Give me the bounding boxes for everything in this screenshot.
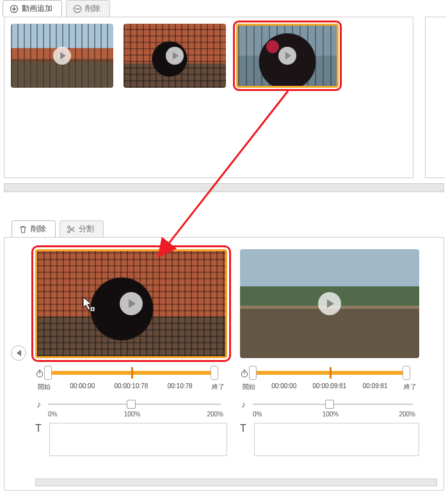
plus-circle-icon: [10, 4, 19, 13]
speed-slider[interactable]: ♪: [240, 398, 419, 411]
chevron-left-icon: [17, 350, 21, 356]
speed-slider[interactable]: ♪: [35, 398, 227, 411]
source-bin: [4, 17, 413, 178]
stopwatch-icon: [240, 369, 249, 378]
clip-thumbnail-selected[interactable]: [236, 24, 339, 88]
caption-input[interactable]: [49, 423, 227, 456]
prev-clip-button[interactable]: [11, 345, 26, 361]
text-label: T: [240, 423, 249, 434]
horizontal-scrollbar[interactable]: [4, 183, 444, 192]
play-icon: [53, 47, 71, 65]
timeline-clip-preview[interactable]: [240, 249, 419, 358]
timeline-clip: 開始 00:00:00 00:00:09:81 00:09:81 終了 ♪ 0%…: [240, 249, 419, 484]
clip-thumbnail[interactable]: [124, 24, 226, 88]
source-bin-overflow: [425, 17, 445, 178]
stopwatch-icon: [35, 369, 44, 378]
trim-start-handle[interactable]: [44, 366, 52, 380]
speed-labels: 0% 100% 200%: [240, 411, 419, 418]
speed-labels: 0% 100% 200%: [35, 411, 227, 418]
minus-circle-icon: [73, 4, 82, 13]
speed-knob[interactable]: [325, 400, 334, 409]
tab-delete-label: 削除: [85, 3, 100, 14]
scissors-icon: [67, 225, 76, 234]
caption-input[interactable]: [254, 423, 419, 456]
play-icon: [318, 292, 341, 315]
play-icon: [278, 47, 296, 65]
trim-bar[interactable]: [240, 367, 419, 382]
trim-end-handle[interactable]: [211, 366, 218, 380]
text-label: T: [35, 423, 44, 434]
trim-end-handle[interactable]: [403, 366, 410, 380]
source-tabs: 動画追加 削除: [0, 0, 448, 17]
play-icon: [120, 292, 143, 315]
trim-start-handle[interactable]: [249, 366, 257, 380]
trim-bar[interactable]: [35, 367, 227, 382]
clip-thumbnail[interactable]: [11, 24, 113, 88]
timeline-tabs: 削除 分割: [4, 220, 444, 237]
tab-split-label: 分割: [79, 224, 94, 234]
tab-split[interactable]: 分割: [60, 220, 104, 237]
music-note-icon: ♪: [241, 399, 246, 409]
tab-timeline-delete[interactable]: 削除: [12, 220, 56, 237]
cursor-icon: [82, 296, 96, 313]
timeline-panel: 開始 00:00:00 00:00:10:78 00:10:78 終了 ♪ 0%…: [4, 237, 444, 491]
music-note-icon: ♪: [36, 399, 41, 409]
tab-add-video-label: 動画追加: [22, 3, 52, 14]
trim-labels: 開始 00:00:00 00:00:10:78 00:10:78 終了: [35, 382, 227, 391]
timeline-clip-selected: 開始 00:00:00 00:00:10:78 00:10:78 終了 ♪ 0%…: [35, 249, 227, 484]
timeline-scrollbar[interactable]: [35, 479, 437, 486]
svg-rect-4: [90, 307, 95, 311]
play-icon: [166, 47, 184, 65]
speed-knob[interactable]: [127, 400, 136, 409]
tab-add-video[interactable]: 動画追加: [3, 0, 62, 17]
tab-timeline-delete-label: 削除: [31, 224, 46, 234]
trash-icon: [19, 225, 28, 234]
timeline-clip-preview[interactable]: [35, 249, 227, 358]
tab-delete[interactable]: 削除: [66, 0, 110, 17]
trim-labels: 開始 00:00:00 00:00:09:81 00:09:81 終了: [240, 382, 419, 391]
